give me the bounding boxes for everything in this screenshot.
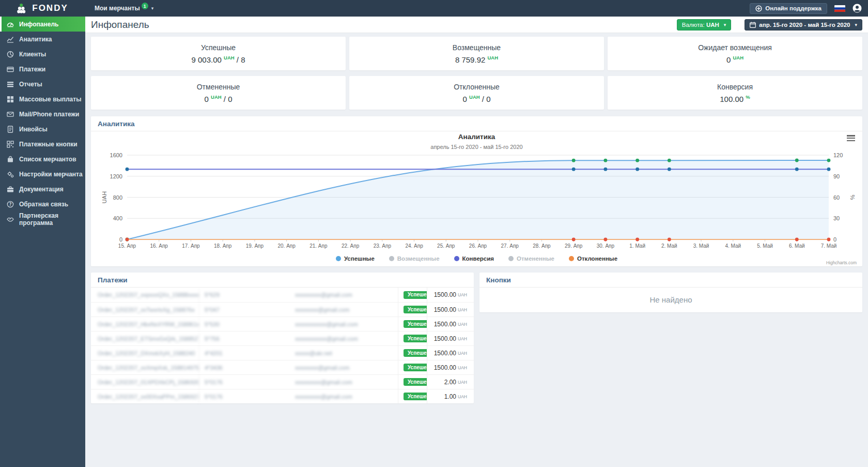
stat-title: Ожидает возмещения bbox=[608, 43, 862, 52]
sidebar-item-label: Обратная связь bbox=[19, 201, 68, 208]
legend-dot-icon bbox=[389, 256, 394, 261]
sidebar-item-payment-buttons[interactable]: Платежные кнопки bbox=[0, 137, 85, 152]
legend-item[interactable]: Отмененные bbox=[508, 255, 554, 262]
table-row[interactable]: Order_1202207_xx00XxaPPm_15869271 5*0176… bbox=[91, 389, 474, 403]
sidebar-item-mail-phone-payments[interactable]: Mail/Phone платежи bbox=[0, 107, 85, 122]
legend-item[interactable]: Отклоненные bbox=[569, 255, 617, 262]
amount-cell: 1500.00UAH bbox=[427, 346, 467, 360]
svg-text:24. Апр: 24. Апр bbox=[405, 243, 423, 249]
briefcase-icon bbox=[7, 186, 14, 193]
status-badge: Успешен bbox=[404, 291, 427, 299]
svg-text:16. Апр: 16. Апр bbox=[150, 243, 168, 249]
legend-item[interactable]: Конверсия bbox=[454, 255, 494, 262]
sidebar-item-label: Список мерчантов bbox=[19, 156, 76, 163]
svg-text:4. Май: 4. Май bbox=[725, 243, 741, 249]
table-row[interactable]: Order_1202207_xxXmpXxk_158814975 4*3436 … bbox=[91, 360, 474, 374]
table-row[interactable]: Order_1202207_HbxNxXYRW_158861x 5*530 xx… bbox=[91, 317, 474, 331]
amount-cell: 1500.00UAH bbox=[427, 303, 467, 317]
sidebar-item-feedback[interactable]: ? Обратная связь bbox=[0, 197, 85, 212]
order-id: Order_1202207_HbxNxXYRW_158861x bbox=[98, 317, 199, 331]
qr-code-icon bbox=[7, 141, 14, 148]
fondy-dashboard: FONDY Мои мерчанты 1 ▾ Онлайн поддержка bbox=[0, 0, 868, 467]
sidebar-item-reports[interactable]: Отчеты bbox=[0, 77, 85, 92]
sidebar-item-dashboard[interactable]: Инфопанель bbox=[0, 17, 85, 32]
currency-label: UAH bbox=[458, 380, 467, 385]
stat-unit: UAH bbox=[211, 94, 222, 100]
legend-dot-icon bbox=[508, 256, 514, 261]
svg-text:17. Апр: 17. Апр bbox=[182, 243, 200, 249]
sidebar-item-label: Инфопанель bbox=[19, 21, 58, 28]
grid-icon bbox=[7, 96, 14, 103]
sidebar-item-label: Документация bbox=[19, 186, 64, 193]
fondy-logo[interactable]: FONDY bbox=[0, 3, 85, 14]
language-flag-icon[interactable] bbox=[834, 5, 845, 12]
legend-label: Возмещенные bbox=[397, 255, 440, 262]
customer-email: xxxxx@ukr.net bbox=[295, 346, 398, 360]
analytics-chart: 0040030800601200901600120UAH%15. Апр16. … bbox=[91, 131, 862, 255]
sidebar-item-analytics[interactable]: Аналитика bbox=[0, 32, 85, 47]
highcharts-credit: Highcharts.com bbox=[826, 260, 857, 265]
sidebar-item-clients[interactable]: Клиенты bbox=[0, 47, 85, 62]
table-row[interactable]: Order_1202207_xxpxxxQXx_15888xxxx 5*629 … bbox=[91, 288, 474, 302]
sidebar-item-merchant-settings[interactable]: Настройки мерчанта bbox=[0, 167, 85, 182]
svg-text:23. Апр: 23. Апр bbox=[374, 243, 392, 249]
sidebar-item-mass-payouts[interactable]: Массовые выплаты bbox=[0, 92, 85, 107]
legend-label: Отклоненные bbox=[577, 255, 617, 262]
table-row[interactable]: Order_1202207_01XPDXkCPj_15869394 5*0176… bbox=[91, 374, 474, 389]
card-mask: 5*0176 bbox=[199, 389, 295, 403]
stat-value: 9 003.00 UAH / 8 bbox=[91, 55, 346, 64]
user-avatar-icon[interactable] bbox=[853, 4, 862, 13]
fondy-logo-icon bbox=[17, 3, 28, 14]
brand-text: FONDY bbox=[32, 3, 68, 13]
svg-text:0: 0 bbox=[833, 236, 836, 243]
status-badge: Успешен bbox=[404, 378, 427, 386]
svg-text:28. Апр: 28. Апр bbox=[533, 243, 551, 249]
shopping-bag-icon bbox=[7, 156, 14, 163]
table-row[interactable]: Order_1202207_ETSmxGxQrk_1588527 5*756 x… bbox=[91, 331, 474, 345]
status-badge: Успешен bbox=[404, 306, 427, 313]
legend-item[interactable]: Успешные bbox=[336, 255, 375, 262]
svg-text:%: % bbox=[849, 195, 856, 200]
date-range-label: апр. 15-го 2020 - май 15-го 2020 bbox=[759, 22, 850, 28]
currency-label: UAH bbox=[458, 365, 467, 370]
status-cell: Успешен bbox=[398, 346, 427, 360]
currency-label: UAH bbox=[458, 336, 467, 341]
order-id: Order_1202207_xxTwxrtxXg_158876x bbox=[98, 303, 199, 317]
amount-cell: 2.00UAH bbox=[427, 375, 467, 389]
stat-value: 0 UAH / 0 bbox=[91, 94, 346, 103]
stat-unit: UAH bbox=[733, 55, 743, 61]
stat-card-declined: Отклоненные 0 UAH / 0 bbox=[349, 76, 604, 110]
online-support-button[interactable]: Онлайн поддержка bbox=[750, 3, 827, 14]
order-id: Order_1202207_DXmxkXyH_1588240 bbox=[98, 346, 199, 360]
sidebar-item-merchant-list[interactable]: Список мерчантов bbox=[0, 152, 85, 167]
legend-item[interactable]: Возмещенные bbox=[389, 255, 440, 262]
table-row[interactable]: Order_1202207_DXmxkXyH_1588240 4*4201 xx… bbox=[91, 345, 474, 360]
content: Успешные 9 003.00 UAH / 8 Возмещенные 8 … bbox=[85, 33, 868, 467]
table-row[interactable]: Order_1202207_xxTwxrtxXg_158876x 5*047 x… bbox=[91, 302, 474, 317]
dashboard-icon bbox=[7, 21, 14, 28]
sidebar-item-partner-program[interactable]: Партнерская программа bbox=[0, 212, 85, 227]
legend-dot-icon bbox=[569, 256, 574, 261]
my-merchants-dropdown[interactable]: Мои мерчанты 1 ▾ bbox=[95, 5, 153, 12]
currency-button[interactable]: Валюта: UAH ▾ bbox=[677, 19, 732, 31]
report-list-icon bbox=[7, 81, 14, 88]
status-cell: Успешен bbox=[398, 288, 427, 302]
payments-panel-header: Платежи bbox=[91, 273, 474, 288]
sidebar-item-label: Платежи bbox=[19, 66, 45, 73]
amount-cell: 1500.00UAH bbox=[427, 288, 467, 302]
stat-title: Отклоненные bbox=[349, 83, 604, 91]
sidebar-item-label: Партнерская программа bbox=[19, 212, 85, 227]
svg-text:15. Апр: 15. Апр bbox=[118, 243, 136, 249]
date-range-button[interactable]: апр. 15-го 2020 - май 15-го 2020 ▾ bbox=[745, 19, 862, 31]
chevron-down-icon: ▾ bbox=[724, 22, 726, 27]
sidebar-item-payments[interactable]: Платежи bbox=[0, 62, 85, 77]
stat-card-refunded: Возмещенные 8 759.92 UAH bbox=[349, 37, 604, 70]
topbar: FONDY Мои мерчанты 1 ▾ Онлайн поддержка bbox=[0, 0, 868, 17]
customer-email: xxxxxxxxx@gmail.com bbox=[295, 389, 398, 403]
sidebar-item-invoices[interactable]: Инвойсы bbox=[0, 122, 85, 137]
svg-text:21. Апр: 21. Апр bbox=[309, 243, 328, 249]
pie-chart-icon bbox=[7, 51, 14, 58]
stat-value: 100.00 % bbox=[608, 94, 862, 103]
sidebar-item-documentation[interactable]: Документация bbox=[0, 182, 85, 197]
svg-text:26. Апр: 26. Апр bbox=[469, 243, 487, 249]
